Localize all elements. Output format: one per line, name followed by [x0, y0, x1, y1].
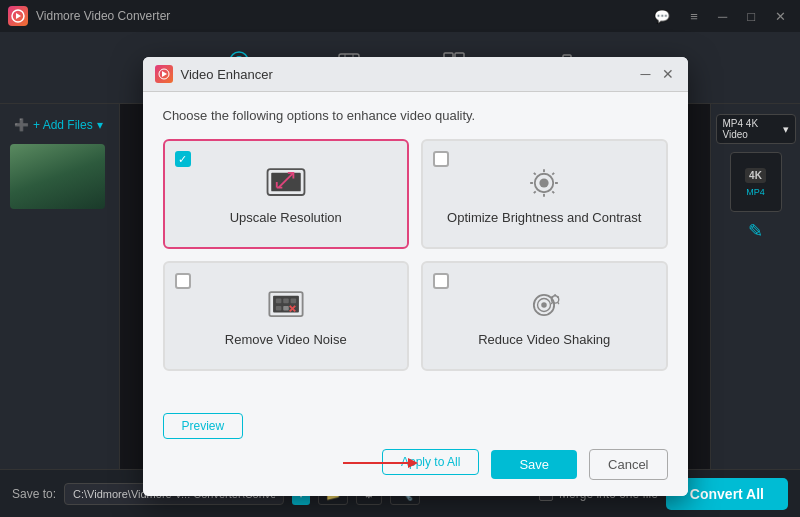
format-label: MP4 4K Video [723, 118, 783, 140]
svg-rect-38 [276, 305, 282, 310]
modal-controls: ─ ✕ [638, 66, 676, 82]
option-upscale[interactable]: ✓ Upscal [163, 139, 410, 249]
svg-rect-39 [283, 305, 289, 310]
noise-icon-container [262, 286, 310, 324]
modal-minimize-button[interactable]: ─ [638, 66, 654, 82]
add-icon: ➕ [14, 118, 29, 132]
save-button[interactable]: Save [491, 450, 577, 479]
format-dropdown-icon: ▾ [783, 123, 789, 136]
menu-button[interactable]: ≡ [684, 7, 704, 26]
format-ext-label: MP4 [746, 187, 765, 197]
upscale-label: Upscale Resolution [230, 210, 342, 225]
svg-point-44 [541, 302, 547, 308]
svg-line-32 [534, 191, 536, 193]
svg-point-24 [540, 178, 549, 187]
options-grid: ✓ Upscal [163, 139, 668, 371]
svg-rect-37 [290, 298, 296, 303]
modal-header: Video Enhancer ─ ✕ [143, 57, 688, 92]
modal-description: Choose the following options to enhance … [163, 108, 668, 123]
noise-label: Remove Video Noise [225, 332, 347, 347]
file-thumbnail [10, 144, 105, 209]
app-logo [8, 6, 28, 26]
modal-overlay: Video Enhancer ─ ✕ Choose the following … [120, 104, 710, 469]
svg-line-29 [534, 172, 536, 174]
svg-rect-35 [276, 298, 282, 303]
maximize-button[interactable]: □ [741, 7, 761, 26]
title-bar: Vidmore Video Converter 💬 ≡ ─ □ ✕ [0, 0, 800, 32]
svg-marker-17 [162, 71, 167, 77]
option-noise[interactable]: Remove Video Noise [163, 261, 410, 371]
svg-marker-1 [16, 13, 21, 19]
save-to-label: Save to: [12, 487, 56, 501]
format-select[interactable]: MP4 4K Video ▾ [716, 114, 796, 144]
app-title: Vidmore Video Converter [36, 9, 170, 23]
modal-body: Choose the following options to enhance … [143, 92, 688, 403]
modal-header-left: Video Enhancer [155, 65, 273, 83]
format-4k-badge: 4K [745, 168, 766, 183]
modal-close-button[interactable]: ✕ [660, 66, 676, 82]
svg-rect-36 [283, 298, 289, 303]
edit-format-button[interactable]: ✎ [748, 220, 763, 242]
svg-line-46 [552, 302, 553, 304]
svg-line-49 [557, 296, 559, 297]
title-bar-left: Vidmore Video Converter [8, 6, 170, 26]
right-panel: MP4 4K Video ▾ 4K MP4 ✎ [710, 104, 800, 469]
chat-button[interactable]: 💬 [648, 7, 676, 26]
add-files-label: + Add Files [33, 118, 93, 132]
video-enhancer-modal: Video Enhancer ─ ✕ Choose the following … [143, 57, 688, 496]
cancel-button[interactable]: Cancel [589, 449, 667, 480]
left-sidebar: ➕ + Add Files ▾ [0, 104, 120, 469]
shaking-checkbox[interactable] [433, 273, 449, 289]
svg-line-48 [552, 296, 554, 297]
svg-line-47 [558, 302, 559, 304]
svg-rect-19 [271, 172, 301, 190]
preview-button[interactable]: Preview [163, 413, 244, 439]
option-brightness[interactable]: Optimize Brightness and Contrast [421, 139, 668, 249]
modal-app-icon [155, 65, 173, 83]
option-shaking[interactable]: Reduce Video Shaking [421, 261, 668, 371]
close-button[interactable]: ✕ [769, 7, 792, 26]
upscale-icon-container [262, 164, 310, 202]
svg-marker-52 [408, 458, 418, 468]
thumb-image [10, 144, 105, 209]
add-files-dropdown-icon: ▾ [97, 118, 103, 132]
svg-line-31 [553, 172, 555, 174]
brightness-checkbox[interactable] [433, 151, 449, 167]
shaking-icon-container [520, 286, 568, 324]
main-area: ➕ + Add Files ▾ [0, 104, 800, 469]
format-thumbnail: 4K MP4 [730, 152, 782, 212]
footer-actions: Apply to All Save Cancel [163, 449, 668, 480]
minimize-button[interactable]: ─ [712, 7, 733, 26]
upscale-checkbox[interactable]: ✓ [175, 151, 191, 167]
brightness-label: Optimize Brightness and Contrast [447, 210, 641, 225]
brightness-icon-container [520, 164, 568, 202]
window-controls: 💬 ≡ ─ □ ✕ [648, 7, 792, 26]
svg-line-30 [553, 191, 555, 193]
content-area: Video Enhancer ─ ✕ Choose the following … [120, 104, 710, 469]
noise-checkbox[interactable] [175, 273, 191, 289]
shaking-label: Reduce Video Shaking [478, 332, 610, 347]
modal-title: Video Enhancer [181, 67, 273, 82]
arrow-indicator [343, 453, 423, 477]
modal-footer: Preview Apply to All Save Cancel [143, 403, 688, 496]
add-files-button[interactable]: ➕ + Add Files ▾ [10, 114, 109, 136]
